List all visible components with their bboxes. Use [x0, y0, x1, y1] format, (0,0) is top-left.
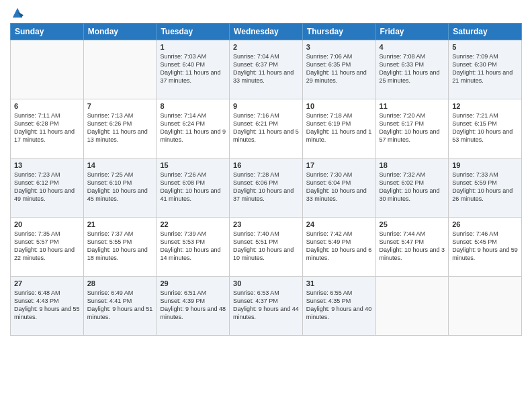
calendar-cell: 28Sunrise: 6:49 AMSunset: 4:41 PMDayligh… [83, 277, 157, 336]
day-number: 27 [14, 279, 80, 287]
day-number: 25 [380, 220, 445, 228]
day-number: 22 [160, 220, 226, 228]
calendar-week-row: 6Sunrise: 7:11 AMSunset: 6:28 PMDaylight… [11, 99, 522, 158]
day-number: 15 [160, 161, 226, 169]
day-number: 18 [380, 161, 445, 169]
day-number: 31 [306, 279, 372, 287]
day-header-sunday: Sunday [11, 24, 84, 40]
day-detail: Sunrise: 7:40 AMSunset: 5:51 PMDaylight:… [233, 230, 299, 263]
day-number: 28 [87, 279, 153, 287]
calendar-cell: 10Sunrise: 7:18 AMSunset: 6:19 PMDayligh… [302, 99, 375, 158]
calendar-cell: 29Sunrise: 6:51 AMSunset: 4:39 PMDayligh… [157, 277, 230, 336]
day-detail: Sunrise: 7:37 AMSunset: 5:55 PMDaylight:… [87, 230, 153, 263]
day-number: 10 [306, 102, 372, 110]
page: SundayMondayTuesdayWednesdayThursdayFrid… [0, 0, 532, 411]
day-number: 14 [87, 161, 153, 169]
calendar-cell: 22Sunrise: 7:39 AMSunset: 5:53 PMDayligh… [157, 218, 230, 277]
day-number: 11 [380, 102, 445, 110]
day-detail: Sunrise: 7:08 AMSunset: 6:33 PMDaylight:… [380, 52, 445, 85]
day-number: 6 [14, 102, 80, 110]
day-number: 23 [233, 220, 299, 228]
day-detail: Sunrise: 7:32 AMSunset: 6:02 PMDaylight:… [380, 171, 445, 203]
calendar-cell [449, 277, 522, 336]
day-number: 9 [233, 102, 299, 110]
day-detail: Sunrise: 7:23 AMSunset: 6:12 PMDaylight:… [14, 171, 80, 203]
calendar-cell: 24Sunrise: 7:42 AMSunset: 5:49 PMDayligh… [302, 218, 375, 277]
calendar-cell: 27Sunrise: 6:48 AMSunset: 4:43 PMDayligh… [11, 277, 84, 336]
day-detail: Sunrise: 7:33 AMSunset: 5:59 PMDaylight:… [452, 171, 518, 203]
calendar-cell: 31Sunrise: 6:55 AMSunset: 4:35 PMDayligh… [302, 277, 375, 336]
day-detail: Sunrise: 7:18 AMSunset: 6:19 PMDaylight:… [306, 111, 372, 144]
day-header-wednesday: Wednesday [230, 24, 303, 40]
header [10, 7, 522, 19]
day-detail: Sunrise: 6:53 AMSunset: 4:37 PMDaylight:… [233, 289, 299, 322]
calendar-cell: 14Sunrise: 7:25 AMSunset: 6:10 PMDayligh… [83, 158, 157, 218]
day-detail: Sunrise: 6:51 AMSunset: 4:39 PMDaylight:… [160, 289, 226, 322]
day-number: 3 [306, 43, 372, 51]
day-detail: Sunrise: 7:42 AMSunset: 5:49 PMDaylight:… [306, 230, 372, 263]
calendar-cell: 8Sunrise: 7:14 AMSunset: 6:24 PMDaylight… [157, 99, 230, 158]
day-number: 1 [160, 43, 226, 51]
day-detail: Sunrise: 7:35 AMSunset: 5:57 PMDaylight:… [14, 230, 80, 263]
calendar-cell: 3Sunrise: 7:06 AMSunset: 6:35 PMDaylight… [302, 40, 375, 99]
day-number: 19 [452, 161, 518, 169]
calendar-cell: 5Sunrise: 7:09 AMSunset: 6:30 PMDaylight… [449, 40, 522, 99]
day-header-tuesday: Tuesday [157, 24, 230, 40]
calendar-week-row: 27Sunrise: 6:48 AMSunset: 4:43 PMDayligh… [11, 277, 522, 336]
day-number: 5 [452, 43, 518, 51]
calendar-cell [83, 40, 157, 99]
calendar-cell: 20Sunrise: 7:35 AMSunset: 5:57 PMDayligh… [11, 218, 84, 277]
calendar-cell: 6Sunrise: 7:11 AMSunset: 6:28 PMDaylight… [11, 99, 84, 158]
day-detail: Sunrise: 7:06 AMSunset: 6:35 PMDaylight:… [306, 52, 372, 85]
day-number: 21 [87, 220, 153, 228]
day-number: 29 [160, 279, 226, 287]
logo-icon [11, 7, 24, 19]
day-number: 20 [14, 220, 80, 228]
calendar-cell: 21Sunrise: 7:37 AMSunset: 5:55 PMDayligh… [83, 218, 157, 277]
calendar-cell: 12Sunrise: 7:21 AMSunset: 6:15 PMDayligh… [449, 99, 522, 158]
calendar-cell: 17Sunrise: 7:30 AMSunset: 6:04 PMDayligh… [302, 158, 375, 218]
day-detail: Sunrise: 7:09 AMSunset: 6:30 PMDaylight:… [452, 52, 518, 85]
calendar-cell: 4Sunrise: 7:08 AMSunset: 6:33 PMDaylight… [375, 40, 449, 99]
day-number: 30 [233, 279, 299, 287]
logo-text [10, 7, 24, 19]
day-detail: Sunrise: 7:14 AMSunset: 6:24 PMDaylight:… [160, 111, 226, 144]
calendar-cell: 13Sunrise: 7:23 AMSunset: 6:12 PMDayligh… [11, 158, 84, 218]
calendar-week-row: 20Sunrise: 7:35 AMSunset: 5:57 PMDayligh… [11, 218, 522, 277]
calendar-week-row: 13Sunrise: 7:23 AMSunset: 6:12 PMDayligh… [11, 158, 522, 218]
calendar-cell: 15Sunrise: 7:26 AMSunset: 6:08 PMDayligh… [157, 158, 230, 218]
calendar-cell [11, 40, 84, 99]
day-detail: Sunrise: 7:30 AMSunset: 6:04 PMDaylight:… [306, 171, 372, 203]
day-number: 26 [452, 220, 518, 228]
day-number: 17 [306, 161, 372, 169]
calendar-cell: 7Sunrise: 7:13 AMSunset: 6:26 PMDaylight… [83, 99, 157, 158]
day-header-monday: Monday [83, 24, 157, 40]
day-detail: Sunrise: 7:16 AMSunset: 6:21 PMDaylight:… [233, 111, 299, 144]
day-number: 7 [87, 102, 153, 110]
day-detail: Sunrise: 7:25 AMSunset: 6:10 PMDaylight:… [87, 171, 153, 203]
day-number: 8 [160, 102, 226, 110]
day-detail: Sunrise: 7:13 AMSunset: 6:26 PMDaylight:… [87, 111, 153, 144]
calendar-cell: 25Sunrise: 7:44 AMSunset: 5:47 PMDayligh… [375, 218, 449, 277]
day-number: 4 [380, 43, 445, 51]
day-number: 13 [14, 161, 80, 169]
day-detail: Sunrise: 7:26 AMSunset: 6:08 PMDaylight:… [160, 171, 226, 203]
day-detail: Sunrise: 6:49 AMSunset: 4:41 PMDaylight:… [87, 289, 153, 322]
day-header-friday: Friday [375, 24, 449, 40]
calendar-cell: 11Sunrise: 7:20 AMSunset: 6:17 PMDayligh… [375, 99, 449, 158]
day-detail: Sunrise: 6:48 AMSunset: 4:43 PMDaylight:… [14, 289, 80, 322]
day-number: 16 [233, 161, 299, 169]
day-header-saturday: Saturday [449, 24, 522, 40]
day-detail: Sunrise: 7:20 AMSunset: 6:17 PMDaylight:… [380, 111, 445, 144]
calendar-cell: 26Sunrise: 7:46 AMSunset: 5:45 PMDayligh… [449, 218, 522, 277]
calendar-cell: 18Sunrise: 7:32 AMSunset: 6:02 PMDayligh… [375, 158, 449, 218]
day-detail: Sunrise: 6:55 AMSunset: 4:35 PMDaylight:… [306, 289, 372, 322]
day-number: 24 [306, 220, 372, 228]
day-detail: Sunrise: 7:21 AMSunset: 6:15 PMDaylight:… [452, 111, 518, 144]
calendar-week-row: 1Sunrise: 7:03 AMSunset: 6:40 PMDaylight… [11, 40, 522, 99]
calendar-cell [375, 277, 449, 336]
calendar-cell: 9Sunrise: 7:16 AMSunset: 6:21 PMDaylight… [230, 99, 303, 158]
calendar-cell: 19Sunrise: 7:33 AMSunset: 5:59 PMDayligh… [449, 158, 522, 218]
calendar-header-row: SundayMondayTuesdayWednesdayThursdayFrid… [11, 24, 522, 40]
calendar: SundayMondayTuesdayWednesdayThursdayFrid… [10, 23, 522, 336]
